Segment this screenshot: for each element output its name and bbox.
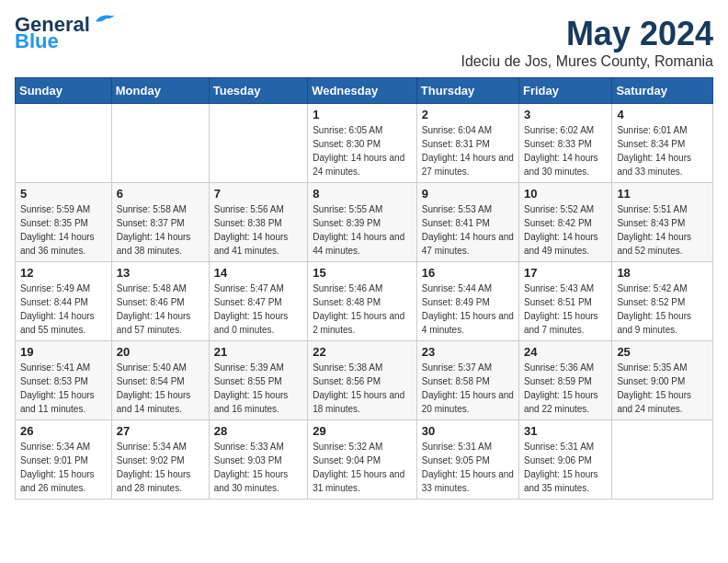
logo: General Blue [15, 15, 118, 52]
calendar-cell: 30Sunrise: 5:31 AM Sunset: 9:05 PM Dayli… [416, 420, 518, 500]
calendar-cell: 31Sunrise: 5:31 AM Sunset: 9:06 PM Dayli… [518, 420, 611, 500]
day-number: 15 [313, 266, 412, 280]
day-number: 18 [617, 266, 708, 280]
day-number: 6 [117, 187, 204, 201]
calendar-cell: 13Sunrise: 5:48 AM Sunset: 8:46 PM Dayli… [111, 262, 209, 341]
calendar-cell: 25Sunrise: 5:35 AM Sunset: 9:00 PM Dayli… [612, 341, 713, 420]
calendar-cell: 26Sunrise: 5:34 AM Sunset: 9:01 PM Dayli… [16, 420, 112, 500]
calendar-cell: 20Sunrise: 5:40 AM Sunset: 8:54 PM Dayli… [111, 341, 209, 420]
day-detail: Sunrise: 5:34 AM Sunset: 9:02 PM Dayligh… [117, 440, 204, 495]
day-number: 16 [422, 266, 514, 280]
day-detail: Sunrise: 5:52 AM Sunset: 8:42 PM Dayligh… [524, 202, 607, 258]
calendar-cell [209, 104, 307, 183]
calendar-cell: 10Sunrise: 5:52 AM Sunset: 8:42 PM Dayli… [518, 183, 611, 262]
day-detail: Sunrise: 5:31 AM Sunset: 9:06 PM Dayligh… [524, 440, 607, 495]
calendar-cell: 27Sunrise: 5:34 AM Sunset: 9:02 PM Dayli… [111, 420, 209, 500]
calendar-week-row: 5Sunrise: 5:59 AM Sunset: 8:35 PM Daylig… [16, 183, 713, 262]
day-detail: Sunrise: 5:31 AM Sunset: 9:05 PM Dayligh… [422, 440, 514, 495]
weekday-header-monday: Monday [111, 78, 209, 104]
subtitle: Ideciu de Jos, Mures County, Romania [461, 53, 714, 70]
weekday-header-row: SundayMondayTuesdayWednesdayThursdayFrid… [16, 78, 713, 104]
day-number: 29 [313, 424, 412, 438]
day-number: 22 [313, 345, 412, 359]
calendar-cell: 29Sunrise: 5:32 AM Sunset: 9:04 PM Dayli… [308, 420, 417, 500]
day-number: 24 [524, 345, 607, 359]
day-detail: Sunrise: 5:38 AM Sunset: 8:56 PM Dayligh… [313, 361, 412, 416]
day-detail: Sunrise: 5:37 AM Sunset: 8:58 PM Dayligh… [422, 361, 514, 416]
calendar-cell: 24Sunrise: 5:36 AM Sunset: 8:59 PM Dayli… [518, 341, 611, 420]
calendar-cell: 17Sunrise: 5:43 AM Sunset: 8:51 PM Dayli… [518, 262, 611, 341]
calendar-cell: 6Sunrise: 5:58 AM Sunset: 8:37 PM Daylig… [111, 183, 209, 262]
day-detail: Sunrise: 6:01 AM Sunset: 8:34 PM Dayligh… [617, 123, 708, 178]
day-detail: Sunrise: 5:44 AM Sunset: 8:49 PM Dayligh… [422, 282, 514, 337]
day-number: 26 [20, 424, 107, 438]
calendar-cell: 21Sunrise: 5:39 AM Sunset: 8:55 PM Dayli… [209, 341, 307, 420]
day-detail: Sunrise: 5:46 AM Sunset: 8:48 PM Dayligh… [313, 282, 412, 337]
calendar-cell: 9Sunrise: 5:53 AM Sunset: 8:41 PM Daylig… [416, 183, 518, 262]
calendar-cell: 1Sunrise: 6:05 AM Sunset: 8:30 PM Daylig… [308, 104, 417, 183]
day-number: 9 [422, 187, 514, 201]
day-detail: Sunrise: 5:34 AM Sunset: 9:01 PM Dayligh… [20, 440, 107, 495]
day-detail: Sunrise: 5:47 AM Sunset: 8:47 PM Dayligh… [214, 282, 302, 337]
calendar-cell: 4Sunrise: 6:01 AM Sunset: 8:34 PM Daylig… [612, 104, 713, 183]
calendar-cell: 28Sunrise: 5:33 AM Sunset: 9:03 PM Dayli… [209, 420, 307, 500]
calendar-week-row: 12Sunrise: 5:49 AM Sunset: 8:44 PM Dayli… [16, 262, 713, 341]
weekday-header-sunday: Sunday [16, 78, 112, 104]
day-number: 30 [422, 424, 514, 438]
day-number: 3 [524, 108, 607, 121]
calendar-week-row: 26Sunrise: 5:34 AM Sunset: 9:01 PM Dayli… [16, 420, 713, 500]
day-detail: Sunrise: 5:43 AM Sunset: 8:51 PM Dayligh… [524, 282, 607, 337]
page-header: General Blue May 2024 Ideciu de Jos, Mur… [15, 15, 713, 70]
day-number: 28 [214, 424, 302, 438]
day-detail: Sunrise: 6:04 AM Sunset: 8:31 PM Dayligh… [422, 123, 514, 178]
calendar-cell: 14Sunrise: 5:47 AM Sunset: 8:47 PM Dayli… [209, 262, 307, 341]
day-detail: Sunrise: 5:40 AM Sunset: 8:54 PM Dayligh… [117, 361, 204, 416]
day-number: 4 [617, 108, 708, 121]
day-number: 20 [117, 345, 204, 359]
day-number: 10 [524, 187, 607, 201]
weekday-header-thursday: Thursday [416, 78, 518, 104]
calendar-cell: 5Sunrise: 5:59 AM Sunset: 8:35 PM Daylig… [16, 183, 112, 262]
day-number: 27 [117, 424, 204, 438]
day-detail: Sunrise: 5:51 AM Sunset: 8:43 PM Dayligh… [617, 202, 708, 258]
day-number: 23 [422, 345, 514, 359]
day-number: 5 [20, 187, 107, 201]
calendar-cell: 8Sunrise: 5:55 AM Sunset: 8:39 PM Daylig… [308, 183, 417, 262]
day-number: 31 [524, 424, 607, 438]
logo-bird-icon [92, 12, 118, 30]
day-number: 2 [422, 108, 514, 121]
day-detail: Sunrise: 6:02 AM Sunset: 8:33 PM Dayligh… [524, 123, 607, 178]
weekday-header-tuesday: Tuesday [209, 78, 307, 104]
title-section: May 2024 Ideciu de Jos, Mures County, Ro… [461, 15, 714, 70]
day-number: 25 [617, 345, 708, 359]
calendar-cell: 18Sunrise: 5:42 AM Sunset: 8:52 PM Dayli… [612, 262, 713, 341]
calendar-cell: 12Sunrise: 5:49 AM Sunset: 8:44 PM Dayli… [16, 262, 112, 341]
logo-blue-text: Blue [15, 31, 59, 52]
day-number: 8 [313, 187, 412, 201]
day-detail: Sunrise: 5:36 AM Sunset: 8:59 PM Dayligh… [524, 361, 607, 416]
day-detail: Sunrise: 5:33 AM Sunset: 9:03 PM Dayligh… [214, 440, 302, 495]
calendar-cell: 19Sunrise: 5:41 AM Sunset: 8:53 PM Dayli… [16, 341, 112, 420]
day-detail: Sunrise: 5:42 AM Sunset: 8:52 PM Dayligh… [617, 282, 708, 337]
weekday-header-friday: Friday [518, 78, 611, 104]
calendar-cell: 15Sunrise: 5:46 AM Sunset: 8:48 PM Dayli… [308, 262, 417, 341]
day-number: 21 [214, 345, 302, 359]
calendar-cell [111, 104, 209, 183]
day-detail: Sunrise: 5:41 AM Sunset: 8:53 PM Dayligh… [20, 361, 107, 416]
day-detail: Sunrise: 5:53 AM Sunset: 8:41 PM Dayligh… [422, 202, 514, 258]
day-detail: Sunrise: 5:39 AM Sunset: 8:55 PM Dayligh… [214, 361, 302, 416]
calendar-cell [612, 420, 713, 500]
day-number: 12 [20, 266, 107, 280]
calendar-week-row: 19Sunrise: 5:41 AM Sunset: 8:53 PM Dayli… [16, 341, 713, 420]
day-detail: Sunrise: 5:48 AM Sunset: 8:46 PM Dayligh… [117, 282, 204, 337]
day-number: 17 [524, 266, 607, 280]
weekday-header-wednesday: Wednesday [308, 78, 417, 104]
calendar-cell: 16Sunrise: 5:44 AM Sunset: 8:49 PM Dayli… [416, 262, 518, 341]
calendar-cell: 3Sunrise: 6:02 AM Sunset: 8:33 PM Daylig… [518, 104, 611, 183]
calendar-table: SundayMondayTuesdayWednesdayThursdayFrid… [15, 77, 713, 500]
day-detail: Sunrise: 5:35 AM Sunset: 9:00 PM Dayligh… [617, 361, 708, 416]
day-detail: Sunrise: 5:32 AM Sunset: 9:04 PM Dayligh… [313, 440, 412, 495]
main-title: May 2024 [461, 15, 714, 53]
day-number: 1 [313, 108, 412, 121]
day-number: 7 [214, 187, 302, 201]
